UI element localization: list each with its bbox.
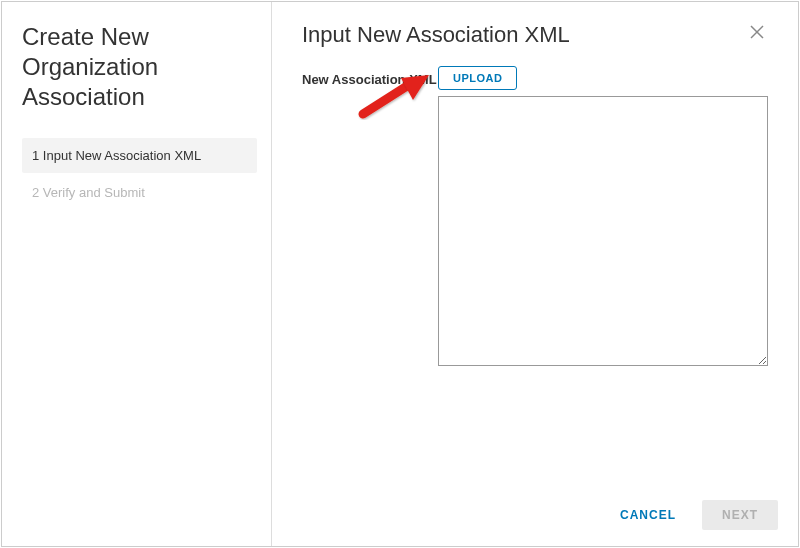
wizard-main: Input New Association XML New Associatio… [272,2,798,546]
wizard-footer: CANCEL NEXT [272,485,798,546]
step-label: Verify and Submit [43,185,145,200]
wizard-sidebar: Create New Organization Association 1 In… [2,2,272,546]
main-body: New Association XML UPLOAD [272,56,798,485]
wizard-steps: 1 Input New Association XML 2 Verify and… [22,138,257,212]
form-row: New Association XML UPLOAD [302,66,768,366]
main-title: Input New Association XML [302,22,570,48]
cancel-button[interactable]: CANCEL [606,500,690,530]
close-icon[interactable] [746,22,768,44]
step-label: Input New Association XML [43,148,201,163]
wizard-dialog: Create New Organization Association 1 In… [1,1,799,547]
xml-label: New Association XML [302,66,438,87]
xml-textarea[interactable] [438,96,768,366]
step-num: 1 [32,148,39,163]
upload-button[interactable]: UPLOAD [438,66,517,90]
next-button[interactable]: NEXT [702,500,778,530]
step-input-xml[interactable]: 1 Input New Association XML [22,138,257,173]
form-field: UPLOAD [438,66,768,366]
step-num: 2 [32,185,39,200]
main-header: Input New Association XML [272,2,798,56]
sidebar-title: Create New Organization Association [22,22,257,112]
step-verify-submit: 2 Verify and Submit [22,175,257,210]
